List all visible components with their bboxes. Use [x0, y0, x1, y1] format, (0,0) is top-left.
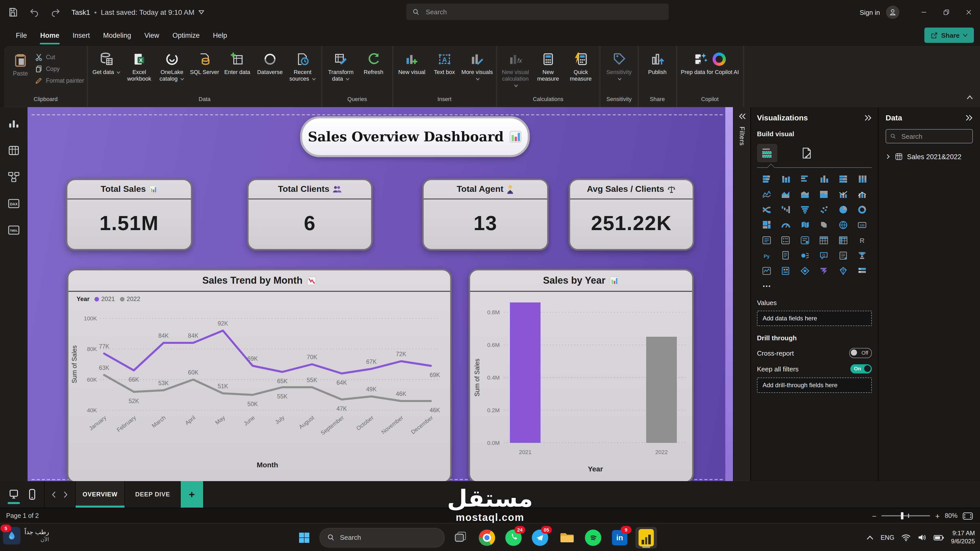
page-tab-overview[interactable]: OVERVIEW — [76, 481, 125, 508]
quick-measure-button[interactable]: Quick measure — [565, 49, 597, 96]
previous-page-arrow[interactable] — [52, 491, 56, 498]
page-tab-deep-dive[interactable]: DEEP DIVE — [125, 481, 181, 508]
table-view-icon[interactable] — [6, 143, 21, 158]
viz-icon-paginated-report[interactable] — [781, 251, 791, 260]
language-indicator[interactable]: ENG — [880, 534, 894, 541]
viz-icon-shape-map[interactable] — [819, 220, 829, 230]
taskbar-weather-widget[interactable]: 5 رطب جداً الآن — [3, 527, 49, 545]
model-view-icon[interactable] — [6, 169, 21, 185]
viz-icon-line-clustered-column-chart[interactable] — [858, 189, 867, 199]
viz-icon-line-chart[interactable] — [762, 189, 772, 199]
viz-icon-clustered-column-chart[interactable] — [819, 174, 829, 184]
dataverse-button[interactable]: Dataverse — [254, 49, 286, 96]
viz-icon-waterfall-chart[interactable] — [781, 205, 791, 214]
taskbar-search[interactable]: Search — [320, 528, 445, 547]
bar-chart-plot-area[interactable]: 0.8M0.6M0.4M0.2M0.0M20212022YearSum of S… — [470, 292, 692, 481]
viz-icon-scatter-chart[interactable] — [819, 205, 829, 214]
menu-item-help[interactable]: Help — [206, 28, 234, 42]
app-search-input[interactable] — [406, 3, 669, 20]
more-visuals-button[interactable]: More visuals — [461, 49, 493, 96]
viz-icon-sparkline[interactable] — [762, 266, 772, 275]
viz-icon-goals[interactable] — [858, 251, 867, 260]
viz-icon-more-visuals-ellipsis[interactable] — [762, 281, 772, 291]
copy-button[interactable]: Copy — [35, 65, 84, 73]
expand-pane-icon[interactable] — [738, 113, 746, 119]
viz-icon-100-stacked-area-chart[interactable] — [819, 189, 829, 199]
mobile-layout-button[interactable] — [29, 489, 36, 500]
prep-data-for-copilot-ai-button[interactable]: Prep data for Copilot AI — [680, 49, 740, 96]
drill-through-field-well[interactable]: Add drill-through fields here — [757, 378, 872, 393]
collapse-pane-icon[interactable] — [966, 114, 973, 121]
kpi-card-total-agent[interactable]: Total Agent 13 — [422, 179, 549, 251]
viz-icon-report-page[interactable] — [781, 266, 791, 275]
linkedin-taskbar-icon[interactable]: in9 — [609, 527, 630, 548]
chevron-right-icon[interactable] — [886, 154, 891, 159]
data-search-field[interactable] — [900, 132, 968, 141]
battery-icon[interactable] — [934, 534, 944, 540]
collapse-pane-icon[interactable] — [865, 114, 872, 121]
kpi-card-total-clients[interactable]: Total Clients 6 — [247, 179, 372, 251]
whatsapp-taskbar-icon[interactable]: 24 — [503, 527, 524, 548]
new-visual-button[interactable]: New visual — [396, 49, 428, 96]
viz-icon-pie-chart[interactable] — [838, 205, 848, 214]
viz-icon-slicer[interactable] — [762, 235, 772, 245]
viz-icon-premium-visual[interactable] — [838, 266, 848, 275]
menu-item-insert[interactable]: Insert — [66, 28, 97, 42]
viz-icon-table[interactable] — [819, 235, 829, 245]
dashboard-title-textbox[interactable]: Sales Overview Dashboard — [300, 116, 530, 157]
excel-workbook-button[interactable]: XExcel workbook — [124, 49, 155, 96]
zoom-slider[interactable] — [881, 515, 930, 516]
menu-item-view[interactable]: View — [138, 28, 166, 42]
start-button[interactable] — [294, 527, 314, 548]
redo-icon[interactable] — [47, 3, 64, 21]
viz-icon-donut-chart[interactable] — [858, 205, 867, 214]
text-box-button[interactable]: AText box — [429, 49, 460, 96]
taskbar-clock[interactable]: 9:17 AM 9/6/2025 — [951, 530, 975, 545]
new-measure-button[interactable]: New measure — [532, 49, 564, 96]
viz-icon-filled-map[interactable] — [800, 220, 810, 230]
paste-button[interactable]: Paste — [7, 49, 34, 76]
close-button[interactable] — [958, 0, 980, 24]
report-view-icon[interactable] — [6, 116, 21, 132]
viz-icon-matrix[interactable] — [838, 235, 848, 245]
viz-icon-azure-map[interactable] — [838, 220, 848, 230]
data-search-input[interactable] — [886, 129, 973, 143]
app-search-field[interactable] — [425, 7, 662, 16]
viz-icon-funnel-chart[interactable] — [800, 205, 810, 214]
menu-item-home[interactable]: Home — [34, 28, 66, 42]
hidden-icons-chevron[interactable] — [867, 535, 873, 540]
telegram-taskbar-icon[interactable]: 05 — [529, 527, 551, 548]
volume-icon[interactable] — [918, 534, 927, 541]
report-canvas[interactable]: Sales Overview Dashboard Total Sales 1.5… — [27, 107, 733, 481]
share-button[interactable]: Share — [924, 27, 974, 43]
fit-to-page-icon[interactable] — [963, 512, 973, 519]
save-icon[interactable] — [4, 3, 21, 21]
viz-icon-smart-narrative[interactable] — [838, 251, 848, 260]
menu-item-file[interactable]: File — [9, 28, 34, 42]
minimize-button[interactable] — [913, 0, 935, 24]
sensitivity-button[interactable]: Sensitivity — [603, 49, 635, 96]
format-visual-tab[interactable] — [800, 146, 813, 160]
sign-in-button[interactable]: Sign in — [860, 8, 880, 16]
keep-all-filters-toggle[interactable]: On — [850, 364, 872, 373]
viz-icon-new-slicer[interactable] — [800, 235, 810, 245]
viz-icon-key-influencers[interactable] — [800, 251, 810, 260]
viz-icon-area-chart[interactable] — [781, 189, 791, 199]
undo-icon[interactable] — [25, 3, 43, 21]
tmdl-view-icon[interactable]: TMDL — [6, 222, 21, 238]
refresh-button[interactable]: Refresh — [358, 49, 390, 96]
viz-icon-clustered-bar-chart[interactable] — [800, 174, 810, 184]
recent-sources-button[interactable]: Recent sources — [287, 49, 318, 96]
filters-pane-collapsed[interactable]: Filters — [733, 107, 750, 481]
wifi-icon[interactable] — [902, 534, 911, 541]
line-chart-visual-sales-trend-by-month[interactable]: Sales Trend by Month Year 20212022 100K8… — [67, 269, 452, 481]
avatar[interactable] — [886, 6, 899, 19]
next-page-arrow[interactable] — [63, 491, 68, 498]
viz-icon-card[interactable]: 123 — [858, 220, 867, 230]
viz-icon-power-apps[interactable] — [800, 266, 810, 275]
viz-icon-100-stacked-bar-chart[interactable] — [838, 174, 848, 184]
power-bi-taskbar-icon[interactable] — [635, 527, 657, 548]
kpi-card-total-sales[interactable]: Total Sales 1.51M — [66, 179, 192, 251]
zoom-in-button[interactable]: + — [935, 511, 940, 520]
line-chart-plot-area[interactable]: 100K80K60K40K77K66K84K84K92K69K65K70K64K… — [68, 303, 450, 476]
